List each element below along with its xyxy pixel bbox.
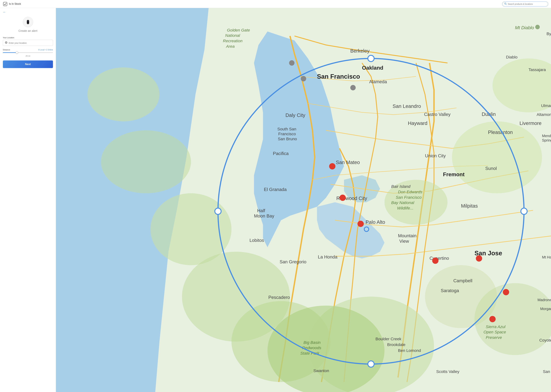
svg-text:El Granada: El Granada <box>264 187 287 192</box>
svg-text:Sunol: Sunol <box>485 166 497 171</box>
svg-text:Hayward: Hayward <box>408 120 428 126</box>
svg-text:Springs: Springs <box>542 138 551 142</box>
svg-text:Fremont: Fremont <box>443 171 465 177</box>
map-area: Don Edwards San Francisco Bay National W… <box>56 8 551 392</box>
create-alert-title: Create an alert <box>3 29 53 33</box>
svg-text:Recreation: Recreation <box>223 39 242 43</box>
svg-text:Saratoga: Saratoga <box>441 288 459 293</box>
svg-text:Pescadero: Pescadero <box>268 295 290 300</box>
left-panel: ← Create an alert Your Location <box>0 8 56 392</box>
svg-text:Daly City: Daly City <box>286 112 305 118</box>
svg-text:San Francisco: San Francisco <box>396 195 421 200</box>
slider-value: 25 mi <box>3 55 53 57</box>
logo-icon <box>3 2 7 6</box>
logo-text: Is In Stock <box>9 2 21 6</box>
svg-text:Lobitos: Lobitos <box>250 238 264 243</box>
svg-point-91 <box>476 255 482 262</box>
search-bar[interactable] <box>502 2 548 7</box>
product-avatar <box>23 17 33 27</box>
svg-rect-8 <box>27 20 29 21</box>
svg-text:Don Edwards: Don Edwards <box>398 189 422 194</box>
svg-text:Livermore: Livermore <box>519 120 541 126</box>
svg-point-96 <box>301 76 306 81</box>
svg-text:Morgan H: Morgan H <box>540 307 551 311</box>
svg-point-86 <box>368 361 374 367</box>
distance-row: Distance 9 Local • 1 Online <box>3 49 53 51</box>
logo: Is In Stock <box>3 2 21 6</box>
svg-text:Alameda: Alameda <box>369 79 387 84</box>
svg-text:La Honda: La Honda <box>318 254 337 259</box>
svg-point-85 <box>521 208 527 214</box>
svg-text:Madrone: Madrone <box>537 298 551 302</box>
svg-text:San Bruno: San Bruno <box>278 137 297 141</box>
location-input-wrap[interactable] <box>3 40 53 46</box>
svg-text:Sierra Azul: Sierra Azul <box>486 324 506 329</box>
svg-text:Oakland: Oakland <box>362 65 383 71</box>
svg-text:Francisco: Francisco <box>278 132 296 136</box>
next-button[interactable]: Next <box>3 60 53 68</box>
svg-point-84 <box>215 208 221 214</box>
back-button[interactable]: ← <box>3 10 7 14</box>
svg-text:Union City: Union City <box>425 153 446 158</box>
svg-text:Swanton: Swanton <box>313 368 329 373</box>
svg-text:San Francisco: San Francisco <box>317 73 360 80</box>
svg-point-22 <box>425 265 497 328</box>
svg-text:Mendenh: Mendenh <box>542 134 551 138</box>
svg-point-92 <box>503 289 509 295</box>
distance-stores: 9 Local • 1 Online <box>38 49 53 51</box>
svg-rect-0 <box>3 2 7 6</box>
slider-track <box>3 52 53 53</box>
svg-point-14 <box>101 130 191 193</box>
svg-text:Boulder Creek: Boulder Creek <box>376 336 401 341</box>
svg-text:Scotts Valley: Scotts Valley <box>436 369 459 374</box>
your-location-label: Your Location <box>3 36 53 39</box>
svg-rect-9 <box>27 24 29 24</box>
svg-text:Castro Valley: Castro Valley <box>424 112 450 117</box>
svg-line-2 <box>506 4 507 5</box>
svg-text:Byro: Byro <box>547 31 551 36</box>
location-input[interactable] <box>9 42 51 44</box>
slider-wrap[interactable] <box>3 52 53 53</box>
svg-point-40 <box>535 25 540 29</box>
svg-point-11 <box>6 42 7 43</box>
svg-text:Pacifica: Pacifica <box>273 151 289 156</box>
search-icon <box>504 3 507 6</box>
svg-text:View: View <box>399 239 409 244</box>
svg-text:Area: Area <box>226 44 235 49</box>
product-avatar-wrap <box>3 17 53 27</box>
search-input[interactable] <box>508 3 546 5</box>
svg-text:Ulmar: Ulmar <box>541 103 551 108</box>
svg-point-93 <box>489 316 496 322</box>
distance-label: Distance <box>3 49 10 51</box>
svg-text:South San: South San <box>277 127 296 131</box>
svg-text:Moon Bay: Moon Bay <box>254 213 274 218</box>
svg-point-23 <box>268 306 384 392</box>
svg-point-87 <box>329 163 335 169</box>
main-layout: ← Create an alert Your Location <box>0 8 551 392</box>
svg-text:Mt Hami: Mt Hami <box>542 255 551 259</box>
svg-text:San Leandro: San Leandro <box>392 104 421 109</box>
svg-text:San Gregorio: San Gregorio <box>280 259 306 264</box>
svg-text:Milpitas: Milpitas <box>461 203 478 209</box>
svg-point-13 <box>87 68 160 121</box>
svg-text:Brookdale: Brookdale <box>387 342 405 347</box>
slider-thumb[interactable] <box>16 51 18 54</box>
svg-point-89 <box>357 221 364 227</box>
svg-text:Bair Island: Bair Island <box>391 184 411 189</box>
svg-point-90 <box>432 258 438 264</box>
watch-icon <box>25 19 31 25</box>
svg-text:Golden Gate: Golden Gate <box>227 28 250 32</box>
svg-text:Ben Lomond: Ben Lomond <box>398 348 421 353</box>
svg-text:National: National <box>225 33 240 38</box>
svg-text:Tassajara: Tassajara <box>529 67 546 72</box>
svg-text:Wildlife...: Wildlife... <box>397 206 413 210</box>
svg-text:Open Space: Open Space <box>484 330 506 334</box>
svg-text:Preserve: Preserve <box>486 335 502 340</box>
svg-text:Palo Alto: Palo Alto <box>366 219 385 225</box>
svg-text:Altamont: Altamont <box>537 112 551 117</box>
svg-text:Berkeley: Berkeley <box>350 48 370 54</box>
svg-text:Mountain: Mountain <box>398 233 417 238</box>
svg-point-88 <box>340 195 346 201</box>
svg-point-97 <box>350 85 356 91</box>
header: Is In Stock <box>0 0 551 8</box>
